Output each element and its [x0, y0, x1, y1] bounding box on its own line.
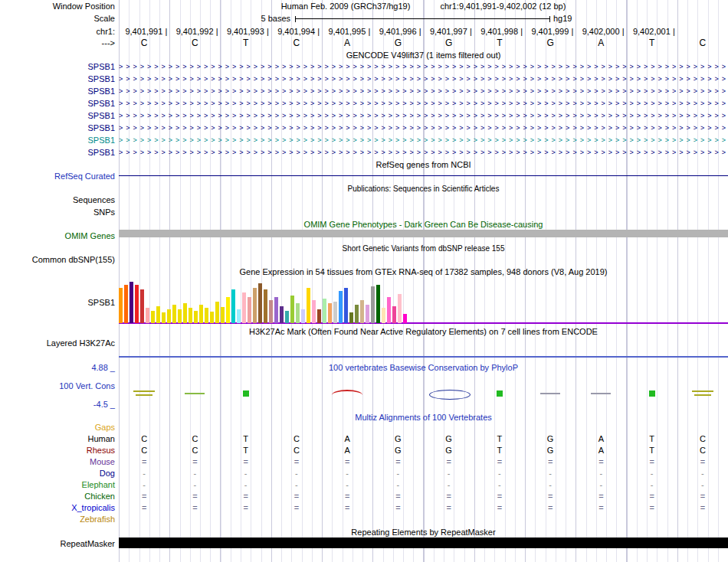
gtex-bar[interactable] — [285, 311, 289, 323]
gtex-bar[interactable] — [221, 307, 225, 323]
gtex-bar-chart — [119, 282, 728, 323]
gene-label[interactable]: SPSB1 — [0, 111, 115, 120]
gtex-bar[interactable] — [269, 300, 273, 323]
gtex-bar[interactable] — [199, 305, 203, 323]
gtex-bar[interactable] — [312, 300, 316, 323]
gtex-bar[interactable] — [119, 288, 123, 323]
gene-row[interactable]: >>>>>>>>>>>>>>>>>>>>>>>>>>>>>>>>>>>>>>>>… — [119, 136, 728, 145]
gtex-bar[interactable] — [382, 308, 385, 323]
gene-label[interactable]: SPSB1 — [0, 148, 115, 157]
multiz-cell: A — [322, 434, 372, 443]
multiz-species-label[interactable]: Zebrafish — [0, 515, 115, 524]
gtex-bar[interactable] — [189, 308, 192, 323]
multiz-cell: = — [627, 457, 677, 466]
multiz-species-label[interactable]: Dog — [0, 469, 115, 478]
multiz-cell: - — [677, 469, 728, 478]
gtex-bar[interactable] — [366, 305, 369, 323]
gtex-bar[interactable] — [226, 297, 230, 323]
gtex-bar[interactable] — [317, 309, 321, 323]
gtex-bar[interactable] — [398, 294, 402, 323]
gene-row[interactable]: >>>>>>>>>>>>>>>>>>>>>>>>>>>>>>>>>>>>>>>>… — [119, 87, 728, 96]
gtex-bar[interactable] — [130, 282, 133, 323]
gtex-bar[interactable] — [349, 312, 353, 323]
gtex-bar[interactable] — [264, 289, 267, 323]
gtex-bar[interactable] — [355, 305, 359, 323]
multiz-species-label[interactable]: Chicken — [0, 492, 115, 501]
coordinate-label: 9,401,994 | — [271, 27, 320, 36]
gtex-bar[interactable] — [146, 308, 149, 323]
conservation-label[interactable]: 100 Vert. Cons — [0, 381, 115, 390]
gene-row[interactable]: >>>>>>>>>>>>>>>>>>>>>>>>>>>>>>>>>>>>>>>>… — [119, 148, 728, 158]
gene-row[interactable]: >>>>>>>>>>>>>>>>>>>>>>>>>>>>>>>>>>>>>>>>… — [119, 123, 728, 133]
gtex-bar[interactable] — [253, 288, 257, 323]
gene-row[interactable]: >>>>>>>>>>>>>>>>>>>>>>>>>>>>>>>>>>>>>>>>… — [119, 111, 728, 121]
gtex-bar[interactable] — [307, 288, 310, 323]
gtex-bar[interactable] — [344, 288, 348, 323]
multiz-species-label[interactable]: Mouse — [0, 457, 115, 466]
gtex-bar[interactable] — [301, 309, 305, 323]
gene-row[interactable]: >>>>>>>>>>>>>>>>>>>>>>>>>>>>>>>>>>>>>>>>… — [119, 99, 728, 109]
gtex-bar[interactable] — [124, 285, 128, 323]
gene-label[interactable]: SPSB1 — [0, 74, 115, 83]
gtex-bar[interactable] — [156, 306, 160, 323]
gtex-bar[interactable] — [194, 311, 198, 323]
gtex-bar[interactable] — [333, 302, 337, 323]
gtex-bar[interactable] — [296, 303, 300, 323]
gtex-bar[interactable] — [178, 309, 182, 323]
gtex-bar[interactable] — [242, 292, 246, 323]
gtex-bar[interactable] — [215, 302, 219, 323]
gtex-bar[interactable] — [339, 291, 343, 323]
gtex-bar[interactable] — [205, 308, 208, 323]
gtex-bar[interactable] — [392, 306, 396, 323]
multiz-cell: = — [119, 457, 169, 466]
gene-row[interactable]: >>>>>>>>>>>>>>>>>>>>>>>>>>>>>>>>>>>>>>>>… — [119, 74, 728, 84]
gtex-bar[interactable] — [135, 285, 139, 323]
gtex-bar[interactable] — [167, 309, 171, 323]
gtex-bar[interactable] — [387, 297, 391, 323]
gtex-gene-label[interactable]: SPSB1 — [0, 298, 115, 307]
gtex-bar[interactable] — [371, 286, 375, 323]
gtex-bar[interactable] — [248, 297, 251, 323]
refseq-curated-label[interactable]: RefSeq Curated — [0, 172, 115, 181]
gtex-bar[interactable] — [328, 303, 332, 323]
snps-label[interactable]: SNPs — [0, 207, 115, 217]
gtex-bar[interactable] — [258, 283, 262, 323]
gene-label[interactable]: SPSB1 — [0, 87, 115, 96]
gtex-bar[interactable] — [323, 299, 326, 323]
h3k27ac-label[interactable]: Layered H3K27Ac — [0, 338, 115, 348]
sequences-label[interactable]: Sequences — [0, 195, 115, 204]
gene-row[interactable]: >>>>>>>>>>>>>>>>>>>>>>>>>>>>>>>>>>>>>>>>… — [119, 62, 728, 72]
gtex-bar[interactable] — [162, 312, 166, 323]
multiz-species-label[interactable]: Human — [0, 434, 115, 443]
repeatmasker-label[interactable]: RepeatMasker — [0, 539, 115, 548]
coordinate-label: 9,401,997 | — [424, 27, 472, 36]
gene-label[interactable]: SPSB1 — [0, 99, 115, 108]
multiz-species-label[interactable]: Gaps — [0, 423, 115, 432]
gene-label[interactable]: SPSB1 — [0, 62, 115, 71]
gtex-bar[interactable] — [172, 305, 176, 323]
omim-genes-label[interactable]: OMIM Genes — [0, 231, 115, 240]
multiz-species-label[interactable]: Rhesus — [0, 446, 115, 455]
gtex-bar[interactable] — [140, 289, 144, 323]
gtex-bar[interactable] — [210, 312, 214, 323]
multiz-species-label[interactable]: X_tropicalis — [0, 503, 115, 512]
gtex-bar[interactable] — [280, 306, 284, 323]
base-letter: G — [525, 38, 576, 48]
gtex-bar[interactable] — [274, 297, 278, 323]
gtex-bar[interactable] — [231, 289, 235, 323]
dbsnp-label[interactable]: Common dbSNP(155) — [0, 255, 115, 264]
gtex-bar[interactable] — [237, 309, 241, 323]
gtex-bar[interactable] — [290, 296, 294, 323]
refseq-track-line[interactable] — [119, 175, 728, 176]
gtex-bar[interactable] — [360, 300, 364, 323]
gene-label[interactable]: SPSB1 — [0, 123, 115, 132]
gene-label[interactable]: SPSB1 — [0, 136, 115, 145]
multiz-species-label[interactable]: Elephant — [0, 480, 115, 489]
omim-gene-bar[interactable] — [119, 230, 728, 237]
gtex-bar[interactable] — [376, 285, 380, 323]
repeatmasker-bar[interactable] — [119, 537, 728, 548]
conservation-dash — [692, 390, 713, 392]
gtex-bar[interactable] — [151, 311, 155, 323]
gtex-bar[interactable] — [403, 314, 407, 323]
gtex-bar[interactable] — [183, 303, 187, 323]
